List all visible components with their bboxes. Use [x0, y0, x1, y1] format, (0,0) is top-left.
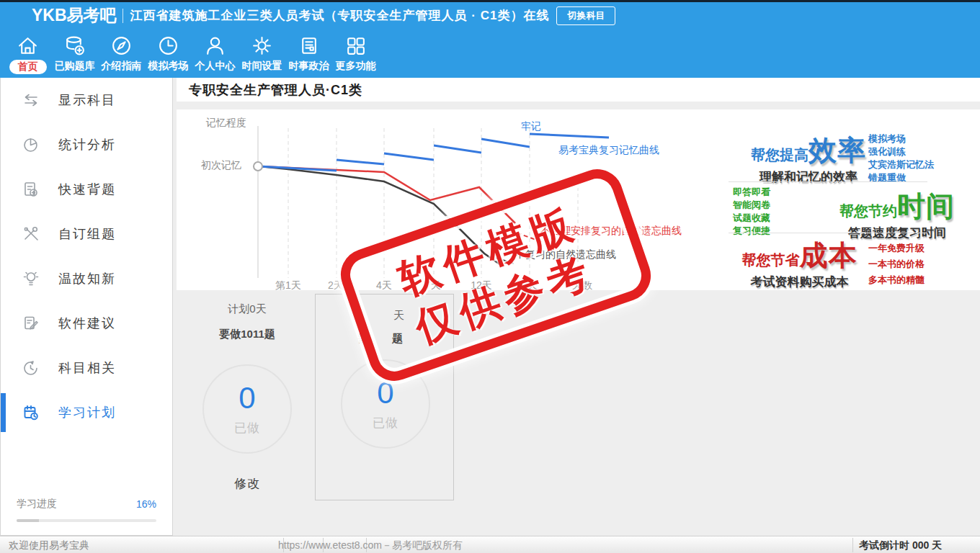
copyright-url-text: https://www.etest8.com－易考吧版权所有: [278, 539, 463, 552]
toolbar-item-label: 个人中心: [195, 60, 236, 73]
review-curve-blue: [259, 134, 609, 171]
blue-curve-legend: 易考宝典复习记忆曲线: [558, 144, 659, 157]
toolbar-item-label: 模拟考场: [148, 60, 189, 73]
toolbar-item-label: 已购题库: [55, 60, 95, 73]
page-title: 专职安全生产管理人员·C1类: [177, 78, 980, 102]
initial-memory-label: 初次记忆: [201, 159, 241, 172]
promo-list-item: 即答即看: [733, 186, 770, 199]
plan-total-questions-label: 要做1011题: [191, 328, 303, 341]
sidebar-item-label: 科目相关: [58, 359, 116, 377]
sidebar-item-label: 学习计划: [58, 404, 116, 421]
modify-plan-button[interactable]: 修改: [191, 475, 303, 492]
sidebar-item-statistics[interactable]: 统计分析: [1, 122, 172, 167]
exam-countdown-text: 考试倒计时 000 天: [859, 539, 942, 552]
promo-head-big: 时间: [897, 191, 955, 222]
toolbar-item-question-bank[interactable]: 已购题库: [51, 29, 98, 78]
promo-list-item: 错题重做: [868, 171, 934, 184]
sidebar-item-review[interactable]: 温故知新: [1, 256, 172, 301]
promo-list-item: 试题收藏: [733, 212, 770, 225]
sidebar-item-label: 快速背题: [58, 181, 116, 198]
promo-list-red: 一年免费升级 一本书的价格 多本书的精髓: [868, 240, 925, 288]
y-axis-label: 记忆程度: [206, 117, 246, 130]
x-tick-label: 第1天: [268, 279, 308, 292]
toolbar-item-label: 时间设置: [242, 60, 282, 73]
sidebar-item-study-plan[interactable]: 学习计划: [1, 390, 172, 435]
promo-list-item: 模拟考场: [868, 132, 934, 145]
sidebar-item-subject-related[interactable]: 科目相关: [1, 346, 172, 390]
promo-head-small: 帮您节省: [742, 252, 800, 268]
promo-list-green: 即答即看 智能阅卷 试题收藏 复习便捷: [733, 186, 770, 238]
promo-divider: [729, 233, 927, 233]
promo-sub: 理解和记忆的效率: [740, 168, 877, 185]
app-window: YKB易考吧 江西省建筑施工企业三类人员考试（专职安全生产管理人员 · C1类）…: [0, 0, 980, 553]
app-logo: YKB易考吧: [32, 4, 117, 27]
sidebar: 显示科目 统计分析 快速背题 自订组题 温故知新 软件建议 科目相关 学习计划: [0, 78, 173, 536]
promo-panel: 帮您提高效率 理解和记忆的效率 模拟考场 强化训练 艾宾浩斯记忆法 错题重做 即…: [724, 131, 975, 285]
progress-percent: 16%: [136, 498, 156, 510]
plan-days-label: 计划0天: [191, 302, 303, 316]
promo-list-item: 一本书的价格: [868, 256, 925, 272]
promo-divider: [729, 181, 927, 182]
document-icon: [22, 181, 40, 198]
sidebar-item-label: 软件建议: [58, 315, 116, 332]
promo-list-item: 强化训练: [868, 145, 934, 158]
switch-subject-button[interactable]: 切换科目: [556, 6, 615, 25]
sidebar-item-label: 自订组题: [58, 225, 116, 243]
promo-list-item: 多本书的精髓: [868, 272, 925, 288]
titlebar: YKB易考吧 江西省建筑施工企业三类人员考试（专职安全生产管理人员 · C1类）…: [0, 0, 980, 29]
promo-head-big: 效率: [808, 135, 866, 166]
promo-head-small: 帮您节约: [839, 203, 897, 219]
user-icon: [204, 35, 226, 57]
news-icon: [298, 35, 320, 57]
statusbar-divider: [852, 538, 853, 552]
today-done-label: 已做: [373, 415, 398, 431]
statusbar: 欢迎使用易考宝典 https://www.etest8.com－易考吧版权所有 …: [0, 536, 980, 553]
database-icon: [63, 35, 86, 57]
subject-clock-icon: [22, 359, 40, 377]
sidebar-item-label: 温故知新: [58, 270, 116, 287]
sidebar-item-show-subjects[interactable]: 显示科目: [1, 78, 172, 122]
done-count-label: 已做: [234, 420, 260, 436]
promo-list-blue: 模拟考场 强化训练 艾宾浩斯记忆法 错题重做: [868, 132, 934, 184]
toolbar-item-mock-exam[interactable]: 模拟考场: [145, 29, 192, 78]
tools-icon: [22, 225, 40, 243]
gear-icon: [251, 35, 273, 57]
exam-title: 江西省建筑施工企业三类人员考试（专职安全生产管理人员 · C1类）在线: [130, 7, 550, 24]
doc-pencil-icon: [22, 315, 40, 332]
main-toolbar: 首页 已购题库 介绍指南 模拟考场 个人中心 时间设置 时事政治 更多功能: [0, 29, 980, 78]
done-count-value: 0: [239, 382, 255, 414]
welcome-text: 欢迎使用易考宝典: [9, 539, 89, 552]
toolbar-item-guide[interactable]: 介绍指南: [98, 29, 145, 78]
progress-bar: [17, 519, 156, 522]
toolbar-item-home[interactable]: 首页: [4, 29, 51, 78]
swap-icon: [22, 91, 40, 109]
promo-head-small: 帮您提高: [751, 147, 808, 163]
toolbar-item-label: 介绍指南: [102, 60, 142, 73]
progress-bar-fill: [17, 519, 39, 522]
toolbar-item-label: 首页: [9, 60, 47, 74]
toolbar-item-more-features[interactable]: 更多功能: [332, 29, 379, 78]
study-plan-card: 计划0天 要做1011题 0 已做 修改: [191, 302, 303, 492]
done-count-circle[interactable]: 0 已做: [202, 364, 292, 454]
clock-icon: [157, 35, 179, 57]
toolbar-item-user-center[interactable]: 个人中心: [192, 29, 239, 78]
progress-label: 学习进度: [17, 498, 57, 511]
toolbar-item-politics-news[interactable]: 时事政治: [285, 29, 332, 78]
promo-cost-block: 帮您节省成本 考试资料购买成本: [733, 236, 866, 290]
promo-head-big: 成本: [800, 240, 858, 271]
sidebar-item-software-suggestions[interactable]: 软件建议: [1, 301, 172, 346]
promo-efficiency-block: 帮您提高效率 理解和记忆的效率: [740, 131, 877, 185]
logo-divider: [122, 9, 123, 23]
start-point-marker: [254, 162, 262, 171]
promo-list-item: 一年免费升级: [868, 240, 925, 256]
pie-chart-icon: [22, 136, 40, 153]
study-progress-section: 学习进度 16%: [1, 498, 172, 522]
sidebar-item-quick-memorize[interactable]: 快速背题: [1, 167, 172, 212]
toolbar-item-label: 时事政治: [289, 60, 329, 73]
today-done-value: 0: [377, 377, 393, 409]
toolbar-item-time-settings[interactable]: 时间设置: [239, 29, 285, 78]
sidebar-item-label: 统计分析: [58, 136, 116, 153]
compass-icon: [110, 35, 133, 57]
promo-sub: 考试资料购买成本: [733, 274, 866, 290]
sidebar-item-custom-questions[interactable]: 自订组题: [1, 212, 172, 256]
